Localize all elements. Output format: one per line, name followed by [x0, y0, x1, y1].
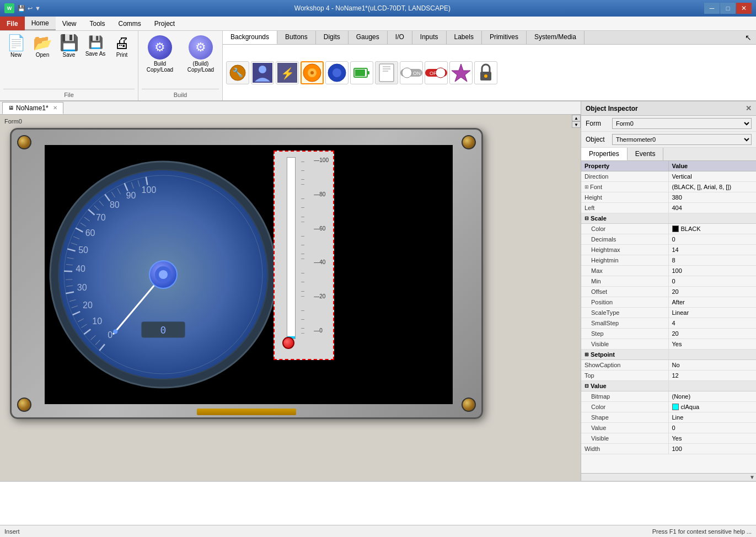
svg-text:60: 60 — [85, 228, 95, 238]
menubar: File Home View Tools Comms Project — [0, 17, 756, 31]
tab-labels[interactable]: Labels — [447, 31, 482, 44]
prop-position: Position After — [581, 297, 756, 308]
svg-rect-16 — [383, 68, 390, 69]
print-button[interactable]: 🖨 Print — [109, 33, 135, 60]
prop-decimals: Decimals 0 — [581, 234, 756, 245]
canvas-tab[interactable]: 🖥 NoName1* ✕ — [2, 102, 63, 114]
prop-scale-color: Color BLACK — [581, 224, 756, 234]
device-screen[interactable]: 0 10 20 30 40 50 60 70 80 90 100 — [45, 145, 453, 404]
widget-icon-3[interactable] — [301, 61, 324, 84]
tab-gauges[interactable]: Gauges — [348, 31, 388, 44]
svg-line-49 — [66, 280, 72, 280]
prop-bitmap: Bitmap (None) — [581, 391, 756, 402]
svg-text:⚡: ⚡ — [281, 67, 294, 80]
svg-text:90: 90 — [126, 191, 136, 200]
menu-item-tools[interactable]: Tools — [83, 17, 111, 30]
tab-backgrounds[interactable]: Backgrounds — [223, 31, 277, 44]
inspector-tabs: Properties Events — [581, 148, 756, 161]
tab-inputs[interactable]: Inputs — [412, 31, 447, 44]
widget-icon-8[interactable]: OFF — [425, 61, 448, 84]
close-button[interactable]: ✕ — [736, 3, 752, 14]
prop-scale-visible: Visible Yes — [581, 339, 756, 350]
menu-item-file[interactable]: File — [0, 17, 25, 30]
canvas-tab-bar: 🖥 NoName1* ✕ — [0, 101, 581, 115]
canvas-area: 🖥 NoName1* ✕ ▲ ▼ Form0 — [0, 101, 581, 481]
widget-icon-4[interactable] — [325, 61, 348, 84]
prop-max: Max 100 — [581, 266, 756, 276]
screw-tl — [17, 135, 31, 149]
titlebar: W 💾 ↩ ▼ Workshop 4 - NoName1*(uLCD-70DT,… — [0, 0, 756, 17]
widget-icon-7[interactable]: ON — [400, 61, 423, 84]
prop-smallstep: SmallStep 4 — [581, 318, 756, 329]
build-copy-load-button[interactable]: ⚙ BuildCopy/Load — [142, 33, 178, 75]
svg-text:OFF: OFF — [430, 71, 439, 76]
build-group-label: Build — [142, 89, 219, 98]
scroll-up-arrow[interactable]: ▲ — [572, 115, 581, 121]
menu-item-home[interactable]: Home — [25, 17, 56, 30]
save-as-button[interactable]: 💾 Save As — [83, 33, 108, 60]
svg-point-78 — [159, 270, 168, 279]
form-selector[interactable]: Form0 — [612, 118, 752, 129]
prop-offset: Offset 20 — [581, 287, 756, 297]
inspector-scroll-down[interactable]: ▼ — [749, 474, 755, 480]
save-button[interactable]: 💾 Save — [56, 33, 82, 60]
tab-buttons[interactable]: Buttons — [277, 31, 316, 44]
widget-icons-row: 🔧 ⚡ — [223, 45, 756, 100]
menu-item-view[interactable]: View — [56, 17, 83, 30]
widget-icon-10[interactable] — [474, 61, 497, 84]
tab-io[interactable]: I/O — [388, 31, 412, 44]
widget-icon-5[interactable] — [350, 61, 373, 84]
svg-point-10 — [333, 68, 341, 77]
svg-text:80: 80 — [110, 200, 120, 210]
svg-rect-15 — [383, 66, 390, 67]
scroll-down-arrow[interactable]: ▼ — [572, 121, 581, 128]
menu-item-project[interactable]: Project — [148, 17, 181, 30]
build-copy-load-2-button[interactable]: ⚙ (Build)Copy/Load — [183, 33, 219, 75]
svg-point-19 — [402, 68, 412, 78]
canvas-tab-label: NoName1* — [16, 104, 49, 112]
new-button[interactable]: 📄 New — [3, 33, 29, 60]
tab-system-media[interactable]: System/Media — [527, 31, 585, 44]
canvas-tab-icon: 🖥 — [8, 105, 14, 111]
prop-step: Step 20 — [581, 329, 756, 339]
status-right: Press F1 for context sensitive help ... — [652, 528, 752, 535]
prop-shape: Shape Line — [581, 412, 756, 423]
widget-icon-2[interactable]: ⚡ — [276, 61, 299, 84]
maximize-button[interactable]: □ — [720, 3, 736, 14]
svg-text:ON: ON — [413, 71, 421, 76]
widget-icon-1[interactable] — [251, 61, 274, 84]
widget-icon-9[interactable] — [449, 61, 473, 84]
svg-text:70: 70 — [96, 213, 106, 222]
prop-value-visible: Visible Yes — [581, 433, 756, 444]
speedometer-gauge: 0 10 20 30 40 50 60 70 80 90 100 — [45, 145, 282, 404]
open-button[interactable]: 📂 Open — [30, 33, 55, 60]
tab-events[interactable]: Events — [628, 148, 664, 160]
properties-table: Property Value Direction Vertical ⊞ Font… — [581, 161, 756, 473]
canvas-tab-close[interactable]: ✕ — [53, 105, 57, 111]
svg-point-8 — [310, 71, 314, 74]
device-frame: 0 10 20 30 40 50 60 70 80 90 100 — [10, 128, 483, 419]
menu-item-comms[interactable]: Comms — [112, 17, 148, 30]
inspector-object-row: Object Thermometer0 — [581, 132, 756, 148]
tab-properties[interactable]: Properties — [581, 148, 628, 160]
object-selector[interactable]: Thermometer0 — [612, 134, 752, 145]
minimize-button[interactable]: ─ — [704, 3, 720, 14]
prop-value-color: Color clAqua — [581, 402, 756, 412]
statusbar: Insert Press F1 for context sensitive he… — [0, 525, 756, 537]
quick-access: 💾 ↩ ▼ — [18, 5, 41, 12]
prop-min: Min 0 — [581, 276, 756, 287]
widget-icon-6[interactable] — [375, 61, 398, 84]
prop-height: Height 380 — [581, 192, 756, 203]
prop-showcaption: ShowCaption No — [581, 360, 756, 370]
thermometer-widget[interactable]: —100 —80 —60 —40 —20 —0 ─── ─── ─── ─── … — [274, 151, 334, 360]
svg-text:0: 0 — [108, 330, 112, 340]
inspector-close-button[interactable]: ✕ — [746, 104, 752, 112]
form-label: Form0 — [4, 118, 22, 125]
window-controls[interactable]: ─ □ ✕ — [704, 3, 752, 14]
svg-point-26 — [484, 74, 487, 78]
svg-text:40: 40 — [76, 264, 85, 273]
device-connector — [197, 409, 296, 415]
widget-icon-0[interactable]: 🔧 — [226, 61, 249, 84]
tab-primitives[interactable]: Primitives — [482, 31, 527, 44]
tab-digits[interactable]: Digits — [316, 31, 348, 44]
